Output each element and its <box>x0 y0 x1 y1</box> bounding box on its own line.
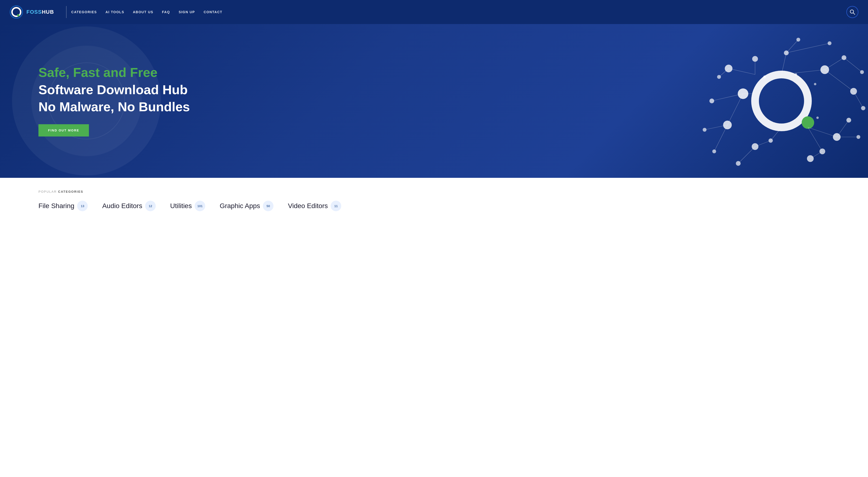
section-label-bold: CATEGORIES <box>58 190 83 193</box>
svg-point-34 <box>816 117 819 119</box>
nav-ai-tools[interactable]: AI TOOLS <box>105 10 124 14</box>
hero-title: Software Download Hub <box>38 82 190 98</box>
category-name: File Sharing <box>38 202 74 210</box>
hero-subtitle: No Malware, No Bundles <box>38 99 190 115</box>
svg-point-33 <box>814 83 816 85</box>
nav-sign-up[interactable]: SIGN UP <box>179 10 195 14</box>
category-graphic-apps[interactable]: Graphic Apps 50 <box>220 201 274 211</box>
logo-icon <box>10 5 23 19</box>
category-utilities[interactable]: Utilities 101 <box>170 201 205 211</box>
svg-line-50 <box>738 147 755 163</box>
nav-faq[interactable]: FAQ <box>162 10 170 14</box>
svg-line-43 <box>808 127 837 137</box>
network-illustration <box>681 24 868 178</box>
section-label: POPULAR CATEGORIES <box>38 190 830 193</box>
svg-line-49 <box>755 140 771 147</box>
logo-text: FOSSHUB <box>26 9 54 15</box>
svg-point-2 <box>17 14 20 17</box>
svg-line-39 <box>825 58 844 70</box>
svg-line-36 <box>786 40 798 53</box>
category-video-editors[interactable]: Video Editors 11 <box>288 201 341 211</box>
svg-line-40 <box>825 70 854 91</box>
categories-list: File Sharing 13 Audio Editors 12 Utiliti… <box>38 201 830 211</box>
category-name: Audio Editors <box>102 202 142 210</box>
hero-content: Safe, Fast and Free Software Download Hu… <box>38 65 190 136</box>
categories-section: POPULAR CATEGORIES File Sharing 13 Audio… <box>0 178 868 221</box>
logo[interactable]: FOSSHUB <box>10 5 54 19</box>
svg-point-31 <box>763 75 766 78</box>
category-name: Video Editors <box>288 202 328 210</box>
nav-contact[interactable]: CONTACT <box>204 10 222 14</box>
svg-line-52 <box>727 94 743 125</box>
svg-line-4 <box>853 13 855 15</box>
search-button[interactable] <box>846 6 858 18</box>
svg-point-6 <box>802 116 814 129</box>
logo-hub: HUB <box>42 9 54 15</box>
nav-about-us[interactable]: ABOUT US <box>133 10 153 14</box>
svg-point-5 <box>755 74 808 127</box>
logo-foss: FOSS <box>26 9 42 15</box>
svg-line-57 <box>719 68 728 77</box>
category-badge: 101 <box>195 201 205 211</box>
cta-button[interactable]: FIND OUT MORE <box>38 124 89 136</box>
search-icon <box>850 9 855 15</box>
site-header: FOSSHUB CATEGORIES AI TOOLS ABOUT US FAQ… <box>0 0 868 24</box>
svg-line-42 <box>854 91 863 108</box>
svg-point-32 <box>795 73 797 76</box>
svg-line-37 <box>786 43 830 53</box>
category-badge: 11 <box>331 201 341 211</box>
svg-line-54 <box>714 125 727 151</box>
main-nav: CATEGORIES AI TOOLS ABOUT US FAQ SIGN UP… <box>71 10 846 14</box>
svg-line-47 <box>810 151 822 159</box>
section-label-normal: POPULAR <box>38 190 58 193</box>
nav-categories[interactable]: CATEGORIES <box>71 10 97 14</box>
category-name: Utilities <box>170 202 192 210</box>
category-audio-editors[interactable]: Audio Editors 12 <box>102 201 156 211</box>
svg-line-46 <box>808 127 822 151</box>
hero-tagline: Safe, Fast and Free <box>38 65 190 80</box>
hero-section: Safe, Fast and Free Software Download Hu… <box>0 24 868 178</box>
svg-line-44 <box>837 120 849 137</box>
nav-divider <box>66 6 67 18</box>
category-badge: 12 <box>145 201 156 211</box>
svg-line-41 <box>844 58 862 72</box>
svg-line-55 <box>712 94 743 101</box>
category-name: Graphic Apps <box>220 202 260 210</box>
category-badge: 50 <box>263 201 274 211</box>
category-file-sharing[interactable]: File Sharing 13 <box>38 201 88 211</box>
svg-line-56 <box>728 68 755 74</box>
category-badge: 13 <box>77 201 88 211</box>
